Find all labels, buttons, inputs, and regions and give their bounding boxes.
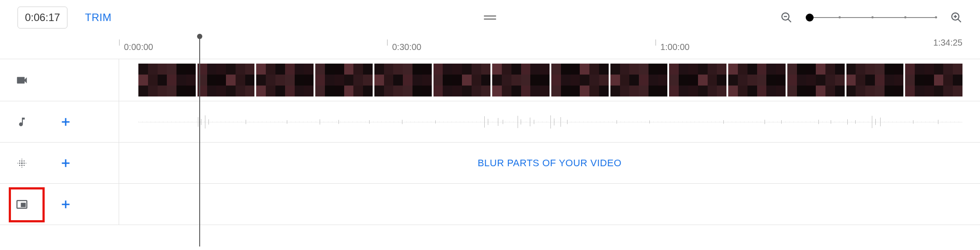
add-blur-button[interactable] xyxy=(44,157,88,170)
ruler-tick: 1:00:00 xyxy=(656,39,656,46)
blur-track-content[interactable]: BLUR PARTS OF YOUR VIDEO xyxy=(119,143,980,183)
zoom-out-button[interactable] xyxy=(780,11,793,24)
add-audio-button[interactable] xyxy=(44,115,88,129)
endscreen-track-row xyxy=(0,184,980,225)
video-thumbnail xyxy=(846,64,904,96)
audio-track-row xyxy=(0,101,980,143)
ruler-label: 0:00:00 xyxy=(124,42,153,52)
ruler-label: 1:00:00 xyxy=(660,42,690,52)
video-track-content[interactable] xyxy=(119,59,980,101)
ruler-tick: 0:00:00 xyxy=(119,39,120,46)
ruler-end-label: 1:34:25 xyxy=(933,38,962,48)
timeline-toolbar: 0:06:17 TRIM xyxy=(0,0,980,35)
svg-point-21 xyxy=(21,167,22,168)
blur-icon xyxy=(0,157,44,170)
video-thumbnail xyxy=(787,64,845,96)
endscreen-icon xyxy=(0,198,44,211)
svg-point-10 xyxy=(19,162,21,164)
audio-waveform xyxy=(138,113,962,131)
svg-point-17 xyxy=(24,164,25,166)
zoom-slider[interactable] xyxy=(806,17,937,18)
ruler-label: 0:30:00 xyxy=(392,42,421,52)
svg-point-15 xyxy=(24,160,25,161)
video-thumbnail-strip[interactable] xyxy=(138,64,962,96)
svg-point-11 xyxy=(24,162,25,164)
video-thumbnail xyxy=(434,64,491,96)
zoom-slider-thumb[interactable] xyxy=(806,14,814,21)
ruler-tick: 0:30:00 xyxy=(387,39,388,46)
timeline-ruler[interactable]: 0:00:000:30:001:00:001:34:25 xyxy=(0,35,980,59)
blur-cta-button[interactable]: BLUR PARTS OF YOUR VIDEO xyxy=(119,157,980,169)
video-thumbnail xyxy=(669,64,726,96)
svg-line-1 xyxy=(788,19,791,22)
video-thumbnail xyxy=(905,64,962,96)
video-thumbnail xyxy=(197,64,255,96)
video-thumbnail xyxy=(728,64,786,96)
add-endscreen-button[interactable] xyxy=(44,198,88,211)
trim-button[interactable]: TRIM xyxy=(85,11,112,24)
video-track-row xyxy=(0,59,980,101)
video-thumbnail xyxy=(551,64,609,96)
video-icon xyxy=(0,74,44,87)
blur-track-row: BLUR PARTS OF YOUR VIDEO xyxy=(0,143,980,184)
video-thumbnail xyxy=(374,64,432,96)
svg-point-16 xyxy=(19,164,21,166)
endscreen-track-content[interactable] xyxy=(119,184,980,225)
svg-rect-25 xyxy=(21,203,25,207)
svg-point-12 xyxy=(21,160,23,161)
svg-point-18 xyxy=(18,163,18,164)
svg-point-20 xyxy=(21,158,22,159)
video-thumbnail xyxy=(315,64,373,96)
playhead-time-input[interactable]: 0:06:17 xyxy=(18,7,67,29)
music-note-icon xyxy=(0,116,44,128)
panel-drag-handle-icon[interactable] xyxy=(484,15,496,20)
svg-point-19 xyxy=(26,163,27,164)
video-thumbnail xyxy=(256,64,314,96)
svg-line-4 xyxy=(958,19,961,22)
svg-point-9 xyxy=(21,162,23,164)
video-thumbnail xyxy=(492,64,550,96)
audio-track-content[interactable] xyxy=(119,101,980,142)
zoom-in-button[interactable] xyxy=(950,11,962,24)
svg-point-14 xyxy=(19,160,21,161)
svg-point-13 xyxy=(21,164,23,166)
zoom-controls xyxy=(780,11,962,24)
video-thumbnail xyxy=(138,64,196,96)
video-thumbnail xyxy=(610,64,668,96)
